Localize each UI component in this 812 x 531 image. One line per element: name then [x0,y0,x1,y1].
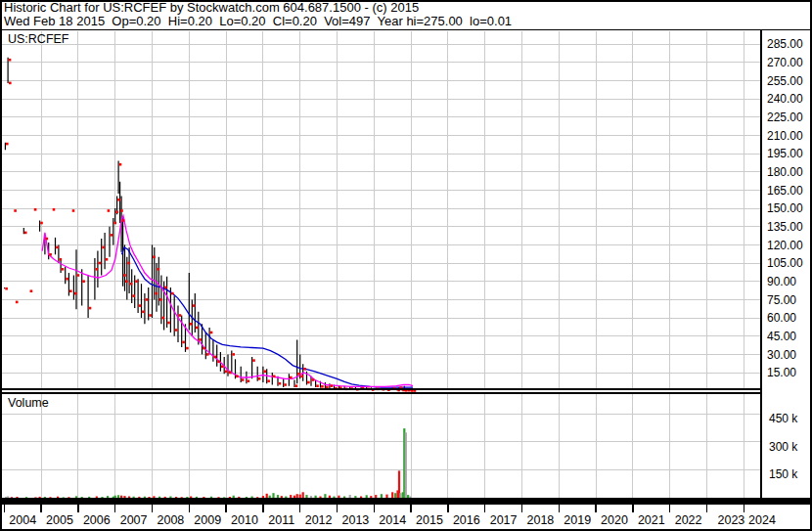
svg-text:180.00: 180.00 [767,165,803,179]
svg-text:2007: 2007 [120,513,148,527]
volume-axis-labels: 450 k300 k150 k [769,412,798,481]
close-marks [5,59,416,392]
svg-text:2024: 2024 [748,513,776,527]
price-volume-chart: 285.00270.00255.00240.00225.00210.00195.… [0,0,812,531]
svg-text:30.00: 30.00 [767,348,796,362]
svg-text:150 k: 150 k [769,467,798,481]
gridlines [2,31,761,499]
svg-text:2017: 2017 [490,513,518,527]
svg-text:90.00: 90.00 [767,275,796,288]
stockwatch-chart-window: 285.00270.00255.00240.00225.00210.00195.… [0,0,812,531]
svg-text:2021: 2021 [638,513,665,527]
svg-text:195.00: 195.00 [767,147,803,160]
svg-text:255.00: 255.00 [767,74,803,88]
svg-text:135.00: 135.00 [767,220,803,234]
svg-text:2006: 2006 [83,513,111,527]
svg-text:45.00: 45.00 [767,330,796,343]
svg-text:2023: 2023 [717,513,744,527]
ohlc-bars [5,58,413,391]
volume-bars [5,428,411,498]
svg-text:60.00: 60.00 [767,311,796,325]
svg-text:2010: 2010 [231,513,258,527]
price-axis-labels: 285.00270.00255.00240.00225.00210.00195.… [767,37,803,379]
volume-panel-label: Volume [8,396,49,410]
svg-text:210.00: 210.00 [767,129,803,143]
svg-text:2005: 2005 [46,513,73,527]
svg-text:165.00: 165.00 [767,184,803,198]
svg-text:2019: 2019 [564,513,591,527]
svg-text:2009: 2009 [194,513,221,527]
svg-text:225.00: 225.00 [767,111,803,124]
svg-text:2016: 2016 [453,513,480,527]
svg-text:15.00: 15.00 [767,366,796,379]
svg-text:120.00: 120.00 [767,239,803,252]
year-axis-labels: 2004200520062007200820092010201120122013… [9,513,776,527]
price-panel-symbol-label: US:RCFEF [8,32,69,46]
quote-summary-line: Wed Feb 18 2015 Op=0.20 Hi=0.20 Lo=0.20 … [4,15,512,28]
svg-text:2013: 2013 [341,513,369,527]
svg-text:2022: 2022 [675,513,702,527]
svg-text:2020: 2020 [601,513,628,527]
svg-text:2004: 2004 [9,513,36,527]
svg-text:75.00: 75.00 [767,293,796,307]
svg-text:2008: 2008 [157,513,184,527]
chart-title: Historic Chart for US:RCFEF by Stockwatc… [4,1,419,15]
svg-text:150.00: 150.00 [767,201,803,215]
svg-text:285.00: 285.00 [767,37,803,51]
svg-text:2014: 2014 [379,513,406,527]
svg-text:240.00: 240.00 [767,92,803,106]
svg-text:2011: 2011 [268,513,294,527]
svg-text:105.00: 105.00 [767,256,803,270]
svg-text:300 k: 300 k [769,440,798,454]
svg-text:2015: 2015 [416,513,443,527]
svg-text:450 k: 450 k [769,412,798,425]
svg-text:270.00: 270.00 [767,56,803,69]
svg-text:2012: 2012 [305,513,333,527]
svg-text:2018: 2018 [526,513,554,527]
